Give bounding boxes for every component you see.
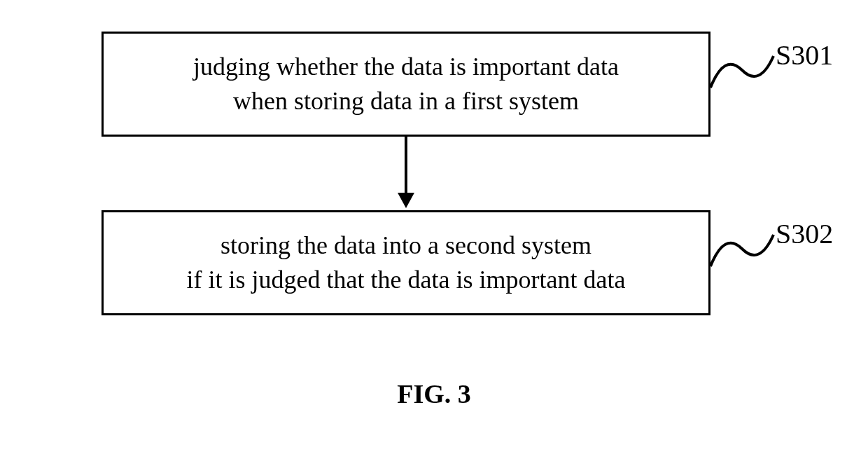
step-s301-line1: judging whether the data is important da… <box>193 50 619 84</box>
flowchart-canvas: judging whether the data is important da… <box>0 0 868 466</box>
step-label-s301: S301 <box>776 39 833 71</box>
arrow-s301-to-s302 <box>405 137 407 194</box>
step-s302-line1: storing the data into a second system <box>220 228 592 263</box>
step-box-s302: storing the data into a second system if… <box>102 210 710 315</box>
step-s301-line2: when storing data in a first system <box>233 84 579 118</box>
arrow-head-s301-to-s302 <box>398 193 414 208</box>
step-s302-line2: if it is judged that the data is importa… <box>187 263 626 297</box>
squiggle-s301 <box>710 49 777 91</box>
squiggle-s302 <box>710 228 777 270</box>
figure-caption: FIG. 3 <box>397 378 471 409</box>
step-box-s301: judging whether the data is important da… <box>102 32 710 137</box>
step-label-s302: S302 <box>776 217 833 250</box>
